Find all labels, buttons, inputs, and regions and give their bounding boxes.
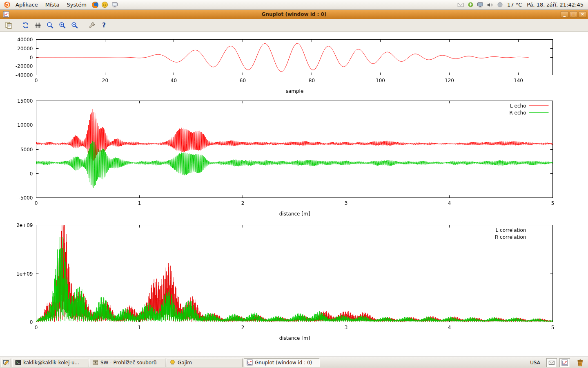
- mail-icon: [548, 359, 555, 366]
- wrench-icon: [88, 21, 96, 29]
- plot-area: [0, 32, 588, 357]
- taskbar-window-label: Gnuplot (window id : 0): [255, 360, 312, 366]
- taskbar-window-label: kaklik@kaklik-kolej-u...: [23, 360, 79, 366]
- taskbar-window-label: Gajim: [178, 360, 192, 366]
- gajim-icon: [169, 359, 176, 366]
- taskbar-window-label: SW - Prohlížeč souborů: [100, 360, 157, 366]
- top-panel: Aplikace Místa Systém: [0, 0, 588, 10]
- taskbar-window-gnuplot[interactable]: Gnuplot (window id : 0): [244, 358, 320, 367]
- file-manager-icon: [92, 359, 98, 366]
- firefox-launcher-icon[interactable]: [91, 0, 100, 9]
- menu-places[interactable]: Místa: [42, 1, 63, 9]
- window-indicator-button[interactable]: [559, 358, 570, 367]
- sample-waveform-chart[interactable]: [0, 35, 588, 96]
- help-icon: ?: [102, 22, 106, 29]
- zoom-in-button[interactable]: [57, 20, 67, 31]
- titlebar[interactable]: Gnuplot (window id : 0) _ □ ×: [0, 10, 588, 19]
- temperature-label[interactable]: 17 °C: [505, 2, 524, 8]
- refresh-button[interactable]: [20, 20, 31, 31]
- copy-button[interactable]: [3, 20, 13, 31]
- keyboard-layout-indicator[interactable]: USA: [526, 360, 544, 366]
- grid-button[interactable]: [33, 20, 43, 31]
- toolbar-separator: [17, 21, 17, 29]
- screenshot-launcher-icon[interactable]: [110, 0, 119, 9]
- zoom-fit-icon: [46, 21, 54, 29]
- display-tray-icon[interactable]: [476, 0, 485, 9]
- taskbar-window-file-manager[interactable]: SW - Prohlížeč souborů: [89, 358, 165, 367]
- taskbar: kaklik@kaklik-kolej-u... SW - Prohlížeč …: [0, 357, 588, 368]
- window-title: Gnuplot (window id : 0): [0, 11, 588, 17]
- app-launcher-icon[interactable]: [100, 0, 109, 9]
- minimize-button[interactable]: _: [561, 11, 568, 18]
- show-desktop-button[interactable]: [1, 358, 11, 367]
- window-menu-icon[interactable]: [2, 10, 11, 19]
- show-desktop-icon: [3, 359, 9, 366]
- help-button[interactable]: ?: [99, 20, 109, 31]
- correlation-chart[interactable]: [0, 221, 588, 345]
- configure-button[interactable]: [87, 20, 97, 31]
- maximize-button[interactable]: □: [570, 11, 577, 18]
- update-tray-icon[interactable]: [466, 0, 475, 9]
- copy-icon: [4, 21, 13, 29]
- menu-applications[interactable]: Aplikace: [12, 1, 41, 9]
- gnuplot-window: Gnuplot (window id : 0) _ □ ×: [0, 10, 588, 357]
- grid-icon: [34, 21, 42, 29]
- menu-system[interactable]: Systém: [63, 1, 89, 9]
- terminal-icon: [15, 359, 21, 366]
- trash-applet[interactable]: [574, 357, 587, 368]
- zoom-fit-button[interactable]: [45, 20, 55, 31]
- gnuplot-icon: [247, 359, 253, 366]
- gnuplot-indicator-icon: [561, 359, 568, 366]
- zoom-out-button[interactable]: [69, 20, 80, 31]
- zoom-in-icon: [58, 21, 67, 29]
- refresh-icon: [22, 21, 30, 29]
- weather-icon[interactable]: [495, 0, 504, 9]
- mail-tray-icon[interactable]: [456, 0, 465, 9]
- close-button[interactable]: ×: [579, 11, 586, 18]
- toolbar-separator: [83, 21, 83, 29]
- taskbar-window-gajim[interactable]: Gajim: [167, 358, 243, 367]
- zoom-out-icon: [71, 21, 79, 29]
- taskbar-window-terminal[interactable]: kaklik@kaklik-kolej-u...: [12, 358, 88, 367]
- gnuplot-toolbar: ?: [0, 19, 588, 32]
- trash-icon: [576, 358, 585, 367]
- volume-tray-icon[interactable]: [486, 0, 494, 9]
- echo-chart[interactable]: [0, 96, 588, 221]
- clock[interactable]: Pá, 18. září, 21:42:45: [525, 2, 586, 8]
- ubuntu-menu-icon[interactable]: [2, 0, 11, 9]
- mail-notification-button[interactable]: [546, 358, 557, 367]
